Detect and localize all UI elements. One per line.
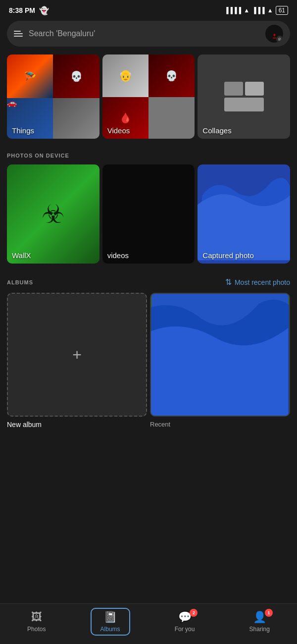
- status-time: 8:38 PM: [9, 6, 35, 14]
- albums-label: ALBUMS: [7, 279, 33, 285]
- wallx-thumb: ☣: [7, 164, 99, 264]
- avatar-notification-icon: ⊗: [276, 36, 283, 43]
- sharing-badge: 1: [265, 609, 273, 617]
- signal2-icon: ▐▐▐: [252, 7, 265, 14]
- videos-thumb-1: 👴: [102, 54, 148, 97]
- top-grid: 🪂 💀 🚗 Things 👴 💀 🩸 Videos Coll: [0, 54, 297, 139]
- new-album-item[interactable]: + New album: [7, 293, 147, 429]
- bottom-nav: 🖼 Photos 📓 Albums 2 💬 For you 1 👤 Sharin…: [0, 603, 297, 644]
- status-icons: ▐▐▐▐ ▲ ▐▐▐ ▲ 61: [224, 6, 288, 15]
- device-photos-row: ☣ WallX videos Captured photo: [0, 164, 297, 264]
- sharing-nav-label: Sharing: [249, 626, 270, 633]
- things-category[interactable]: 🪂 💀 🚗 Things: [7, 54, 99, 139]
- menu-icon[interactable]: [14, 31, 23, 37]
- videos-album-label: videos: [107, 251, 129, 260]
- videos-thumb: [102, 164, 195, 264]
- things-label: Things: [12, 126, 34, 135]
- snapchat-icon: 👻: [39, 6, 49, 15]
- signal-icon: ▐▐▐▐: [224, 7, 241, 14]
- things-thumb-1: 🪂: [7, 54, 53, 98]
- things-thumb-2: 💀: [53, 54, 99, 98]
- albums-section-header: ALBUMS ⇅ Most recent photo: [0, 277, 297, 287]
- sort-button[interactable]: ⇅ Most recent photo: [225, 277, 290, 287]
- nav-albums[interactable]: 📓 Albums: [91, 608, 130, 636]
- add-plus-icon: +: [72, 346, 82, 364]
- new-album-thumb[interactable]: +: [7, 293, 147, 417]
- albums-nav-icon: 📓: [103, 611, 117, 624]
- albums-nav-label: Albums: [100, 626, 120, 633]
- captured-photo-label: Captured photo: [202, 251, 253, 260]
- new-album-title: New album: [7, 421, 147, 429]
- for-you-nav-label: For you: [175, 626, 195, 633]
- wifi2-icon: ▲: [267, 7, 273, 14]
- sort-icon: ⇅: [225, 277, 232, 287]
- videos-label: Videos: [107, 126, 130, 135]
- photos-on-device-header: PHOTOS ON DEVICE: [0, 153, 297, 159]
- nav-photos[interactable]: 🖼 Photos: [17, 608, 55, 636]
- nav-for-you[interactable]: 2 💬 For you: [165, 608, 205, 636]
- recent-album-title: Recent: [150, 421, 290, 428]
- sort-label: Most recent photo: [235, 278, 290, 286]
- search-placeholder: Search 'Bengaluru': [29, 29, 259, 38]
- sharing-nav-icon: 👤: [253, 611, 266, 624]
- videos-thumb-2: 💀: [148, 54, 195, 97]
- search-bar[interactable]: Search 'Bengaluru' ⍚ ⊗: [7, 21, 290, 47]
- videos-thumb-4: [148, 97, 195, 139]
- for-you-badge: 2: [190, 609, 198, 617]
- collages-category[interactable]: Collages: [198, 54, 290, 139]
- status-bar: 8:38 PM 👻 ▐▐▐▐ ▲ ▐▐▐ ▲ 61: [0, 0, 297, 19]
- wifi-icon: ▲: [244, 7, 249, 14]
- user-avatar[interactable]: ⍚ ⊗: [265, 25, 283, 43]
- photos-nav-label: Photos: [27, 626, 46, 633]
- recent-album-item[interactable]: Recent: [150, 293, 290, 429]
- captured-thumb: [198, 164, 290, 264]
- collages-label: Collages: [202, 126, 231, 135]
- albums-row: + New album Recent: [0, 293, 297, 429]
- recent-album-thumb[interactable]: [150, 293, 290, 417]
- wallx-label: WallX: [12, 251, 31, 260]
- videos-album[interactable]: videos: [102, 164, 195, 264]
- nav-sharing[interactable]: 1 👤 Sharing: [240, 608, 280, 636]
- battery-icon: 61: [276, 6, 288, 15]
- videos-category[interactable]: 👴 💀 🩸 Videos: [102, 54, 195, 139]
- photos-nav-icon: 🖼: [31, 611, 42, 624]
- things-thumb-4: [53, 98, 99, 139]
- captured-photo-album[interactable]: Captured photo: [198, 164, 290, 264]
- wallx-album[interactable]: ☣ WallX: [7, 164, 99, 264]
